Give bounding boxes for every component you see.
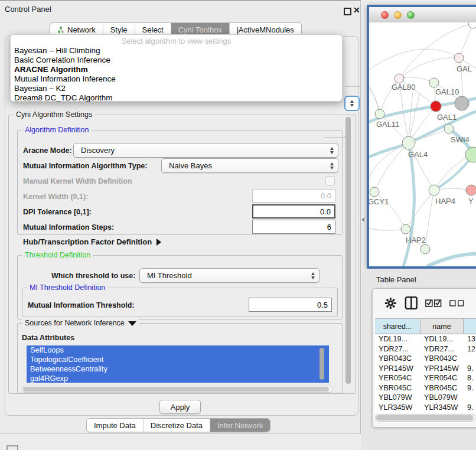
table-hscroll-thumb[interactable] (376, 415, 473, 420)
network-node-gal1[interactable] (431, 101, 441, 112)
network-node-swi4[interactable] (444, 124, 454, 133)
mi-threshold-label: Mutual Information Threshold: (28, 301, 135, 309)
mi-steps-field[interactable]: 6 (252, 220, 335, 234)
table-cell: YBL079W (375, 393, 420, 403)
network-icon (57, 26, 64, 34)
network-node-gal[interactable] (454, 53, 464, 63)
panel-divider-arrow[interactable] (361, 217, 364, 222)
desktop: Control Panel ✕ NetworkStyleSelectCyni T… (0, 0, 476, 450)
dpi-tolerance-field[interactable]: 0.0 (252, 204, 335, 219)
bottom-tab-impute-data[interactable]: Impute Data (87, 419, 144, 432)
algorithm-option[interactable]: Bayesian – Hill Climbing (11, 46, 342, 56)
table-row[interactable]: YDL19...YDL19...13 (375, 334, 476, 344)
focused-combobox-spinner[interactable] (344, 96, 360, 111)
table-horizontal-scrollbar[interactable] (375, 414, 475, 422)
table-row[interactable]: YIL052CYIL052C9 (375, 412, 476, 413)
data-attribute-item[interactable]: BetweennessCentrality (27, 364, 329, 374)
table-cell: YDR27... (420, 344, 464, 354)
split-columns-icon[interactable] (405, 296, 418, 310)
spinner-up-icon (350, 100, 354, 103)
manual-kernel-width-checkbox[interactable] (325, 176, 335, 185)
data-attribute-item[interactable]: SelfLoops (27, 345, 329, 355)
unchecked-boxes-icon[interactable] (449, 300, 465, 306)
algorithm-dropdown-popup: Select algorithm to view settings Bayesi… (10, 34, 343, 102)
data-attributes-label: Data Attributes (22, 334, 74, 342)
column-header-name[interactable]: name (420, 318, 464, 334)
hub-definition-toggle[interactable]: Hub/Transcription Factor Definition (23, 237, 161, 246)
algorithm-option[interactable]: ARACNE Algorithm (11, 65, 342, 74)
close-icon[interactable]: ✕ (353, 5, 360, 15)
data-attribute-item[interactable]: TopologicalCoefficient (27, 355, 329, 364)
aracne-mode-combobox[interactable]: Discovery (73, 143, 338, 158)
zoom-traffic-light[interactable] (407, 11, 415, 19)
gear-icon[interactable] (384, 297, 397, 309)
network-canvas[interactable]: GALGAL80GAL10GAL1GAL11SWI4GAL4GCY1HAP4YH… (369, 22, 476, 266)
algorithm-dropdown-prompt: Select algorithm to view settings (11, 37, 342, 46)
network-node-label: GAL10 (435, 87, 459, 96)
table-row[interactable]: YLR345WYLR345W9. (375, 403, 476, 413)
algorithm-option[interactable]: Mutual Information Inference (11, 74, 342, 84)
close-traffic-light[interactable] (381, 11, 389, 19)
table-cell: YLR345W (420, 403, 464, 413)
settings-vertical-scrollbar[interactable] (344, 116, 352, 390)
attributes-horizontal-scrollbar[interactable] (22, 386, 332, 393)
data-attribute-item[interactable]: gal4RGexp (27, 374, 329, 383)
settings-scrollbar-thumb[interactable] (345, 117, 351, 384)
column-header-cut[interactable] (464, 318, 476, 334)
network-node[interactable] (420, 244, 430, 254)
tab-label: Discretize Data (151, 421, 203, 430)
table-row[interactable]: YBR043CYBR043C (375, 354, 476, 364)
algorithm-definition-title: Algorithm Definition (22, 126, 91, 134)
bottom-tab-discretize-data[interactable]: Discretize Data (144, 419, 210, 432)
table-row[interactable]: YER054CYER054C8. (375, 373, 476, 383)
kernel-width-field[interactable]: 0.0 (252, 189, 335, 203)
data-attributes-list[interactable]: SelfLoopsTopologicalCoefficientBetweenne… (27, 345, 329, 383)
checked-boxes-icon[interactable] (425, 299, 442, 307)
algorithm-option[interactable]: Bayesian – K2 (11, 84, 342, 93)
network-node-hap2[interactable] (401, 224, 410, 234)
network-graph: GALGAL80GAL10GAL1GAL11SWI4GAL4GCY1HAP4YH… (369, 22, 476, 266)
collapsed-arrow-icon (157, 239, 161, 246)
float-window-icon[interactable] (344, 8, 351, 15)
network-node[interactable] (468, 22, 476, 28)
which-threshold-combobox[interactable]: MI Threshold (139, 268, 319, 283)
algorithm-option[interactable]: Basic Correlation Inference (11, 56, 342, 65)
table-cell (464, 393, 476, 403)
algorithm-option[interactable]: Dream8 DC_TDC Algorithm (11, 93, 342, 103)
panel-restore-icon[interactable] (6, 445, 18, 450)
table-row[interactable]: YBR045CYBR045C9. (375, 383, 476, 393)
apply-button[interactable]: Apply (159, 400, 201, 414)
algorithm-dropdown-list: Bayesian – Hill ClimbingBasic Correlatio… (11, 46, 342, 103)
table-cell: 9. (464, 383, 476, 393)
cyni-settings-group-title: Cyni Algorithm Settings (14, 110, 94, 119)
table-cell: YBR043C (420, 354, 464, 364)
hscroll-thumb[interactable] (23, 387, 329, 392)
table-cell: 9. (464, 364, 476, 374)
mi-algorithm-type-combobox[interactable]: Naive Bayes (161, 158, 338, 173)
sources-group-title[interactable]: Sources for Network Inference (22, 319, 139, 327)
bottom-tabbar: Impute DataDiscretize DataInfer Network (86, 418, 270, 432)
bottom-tab-infer-network[interactable]: Infer Network (210, 419, 270, 432)
table-row[interactable]: YPR145WYPR145W9. (375, 364, 476, 374)
network-node-y[interactable] (466, 185, 476, 195)
network-node-gal80[interactable] (395, 74, 404, 83)
table-row[interactable]: YBL079WYBL079W (375, 393, 476, 403)
network-node[interactable] (465, 147, 476, 162)
network-node-gal10[interactable] (429, 78, 439, 87)
tab-label: Network (67, 25, 96, 34)
network-node[interactable] (455, 96, 469, 110)
network-node-label: GAL1 (437, 113, 457, 122)
attributes-scrollbar-thumb[interactable] (319, 348, 324, 380)
minimize-traffic-light[interactable] (394, 11, 402, 19)
table-row[interactable]: YDR27...YDR27...12 (375, 344, 476, 354)
table-cell: YER054C (375, 373, 420, 383)
network-node-gcy1[interactable] (370, 187, 379, 197)
tab-label: Select (142, 25, 164, 34)
expanded-arrow-icon (128, 321, 136, 326)
mi-threshold-field[interactable]: 0.5 (249, 298, 332, 312)
network-node-gal11[interactable] (375, 109, 384, 119)
network-node-hap4[interactable] (429, 185, 439, 195)
network-node-gal4[interactable] (402, 136, 415, 149)
aracne-mode-value: Discovery (81, 146, 115, 155)
column-header-shared...[interactable]: shared... (375, 318, 420, 334)
